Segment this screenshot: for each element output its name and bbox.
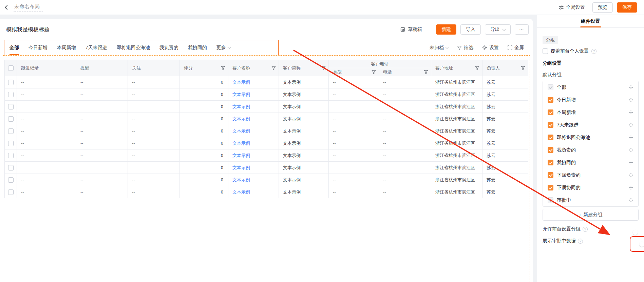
drag-handle-icon[interactable] [628,185,633,190]
customer-table: 跟进记录提醒关注评分客户名称客户简称客户电话客户地址负责人类型电话------0… [4,60,528,198]
group-checkbox[interactable] [548,172,553,178]
chevron-down-icon [446,45,449,49]
group-item: 下属负责的 [543,169,638,181]
table-cell: 文本示例 [279,101,329,113]
tab-more-dropdown[interactable]: 更多 [216,40,230,55]
row-checkbox[interactable] [8,189,14,195]
row-checkbox[interactable] [8,153,14,158]
group-checkbox[interactable] [548,135,553,140]
tab-item[interactable]: 7天未跟进 [86,40,107,55]
column-header-label: 客户简称 [283,65,301,71]
group-checkbox[interactable] [548,185,553,190]
row-checkbox[interactable] [8,116,14,122]
tab-item[interactable]: 我协同的 [188,40,207,55]
column-header[interactable]: 客户地址 [431,60,482,76]
table-cell: -- [17,137,76,149]
tab-item[interactable]: 今日新增 [29,40,48,55]
drag-handle-icon[interactable] [628,110,633,115]
drag-handle-icon[interactable] [628,85,633,90]
drag-handle-icon[interactable] [628,198,633,203]
help-icon[interactable]: ? [578,239,583,244]
panel-body: 分组 覆盖前台个人设置 ? 分组设置 默认分组 全部今日新增本周新增7天未跟进即… [537,28,644,244]
table-settings-button[interactable]: 设置 [482,45,499,51]
group-checkbox[interactable] [548,97,553,103]
customer-name-link-cell[interactable]: 文本示例 [228,101,279,113]
override-checkbox[interactable] [543,48,548,54]
customer-name-link-cell[interactable]: 文本示例 [228,113,279,125]
column-header-inner: 评分 [184,65,225,71]
column-header-label: 提醒 [80,65,89,71]
help-icon[interactable]: ? [591,49,596,54]
tab-item[interactable]: 本周新增 [57,40,76,55]
back-icon[interactable] [5,5,10,9]
more-actions-button[interactable]: ⋯ [515,24,529,35]
table-row: ------0文本示例文本示例----浙江省杭州市滨江区苏云 [5,137,528,149]
column-header[interactable]: 跟进记录 [17,60,76,76]
drag-handle-icon[interactable] [628,173,633,178]
column-header[interactable]: 评分 [180,60,228,76]
draftbox-button[interactable]: 草稿箱 [400,26,422,33]
column-header[interactable]: 类型 [329,68,379,76]
group-checkbox[interactable] [548,160,553,165]
chevron-down-icon [227,45,231,49]
table-cell: -- [76,125,128,137]
panel-tab-component-settings[interactable]: 组件设置 [581,18,601,27]
table-cell: -- [329,186,379,198]
row-checkbox[interactable] [8,80,14,85]
drag-handle-icon[interactable] [628,147,633,153]
row-checkbox[interactable] [8,104,14,109]
new-group-button[interactable]: + 新建分组 [543,209,639,221]
tab-item[interactable]: 即将退回公海池 [117,40,150,55]
column-header-inner: 客户简称 [283,65,326,71]
customer-name-link-cell[interactable]: 文本示例 [228,149,279,162]
group-checkbox[interactable] [548,147,553,153]
customer-name-link-cell[interactable]: 文本示例 [228,76,279,88]
help-icon[interactable]: ? [583,227,588,232]
table-cell: 0 [180,186,228,198]
toolbar-row: 全部今日新增本周新增7天未跟进即将退回公海池我负责的我协同的更多 未归档 筛选 … [0,40,533,55]
drag-handle-icon[interactable] [628,160,633,165]
customer-name-link-cell[interactable]: 文本示例 [228,162,279,174]
group-checkbox[interactable] [548,109,553,115]
export-button[interactable]: 导出 [485,24,511,35]
fullscreen-button[interactable]: 全屏 [508,45,524,51]
row-checkbox[interactable] [8,92,14,97]
preview-button[interactable]: 预览 [592,2,613,13]
column-header[interactable]: 提醒 [76,60,128,76]
drag-handle-icon[interactable] [628,135,633,140]
toggle-rows: 允许前台设置分组?展示审批中数据? [543,226,639,244]
column-header-label: 跟进记录 [21,65,39,71]
group-checkbox[interactable] [548,122,553,128]
filter-button[interactable]: 筛选 [457,45,473,51]
new-button[interactable]: 新建 [436,24,456,35]
column-header[interactable]: 关注 [128,60,180,76]
row-checkbox[interactable] [8,165,14,170]
save-button[interactable]: 保存 [617,2,637,13]
divider [429,26,429,33]
column-header[interactable]: 电话 [379,68,431,76]
row-checkbox[interactable] [8,177,14,183]
global-settings-button[interactable]: 全局设置 [558,4,585,11]
customer-name-link-cell[interactable]: 文本示例 [228,125,279,137]
archive-filter-dropdown[interactable]: 未归档 [430,45,448,51]
drag-handle-icon[interactable] [628,97,633,102]
override-setting-row: 覆盖前台个人设置 ? [543,48,639,54]
tab-item[interactable]: 我负责的 [159,40,178,55]
customer-name-link-cell[interactable]: 文本示例 [228,137,279,149]
column-header[interactable]: 客户简称 [279,60,329,76]
layout-name[interactable]: 未命名布局 [14,3,43,12]
select-all-checkbox[interactable] [8,65,14,71]
table-cell: 文本示例 [279,149,329,162]
customer-name-link-cell[interactable]: 文本示例 [228,186,279,198]
column-header[interactable]: 客户名称 [228,60,279,76]
import-button[interactable]: 导入 [460,24,481,35]
drag-handle-icon[interactable] [628,122,633,127]
tab-item[interactable]: 全部 [10,40,19,55]
customer-name-link-cell[interactable]: 文本示例 [228,174,279,186]
customer-name-link-cell[interactable]: 文本示例 [228,88,279,101]
column-header[interactable]: 负责人 [482,60,528,76]
group-item-label: 即将退回公海池 [557,135,625,141]
group-item: 本周新增 [543,106,638,119]
row-checkbox[interactable] [8,128,14,134]
row-checkbox[interactable] [8,141,14,146]
